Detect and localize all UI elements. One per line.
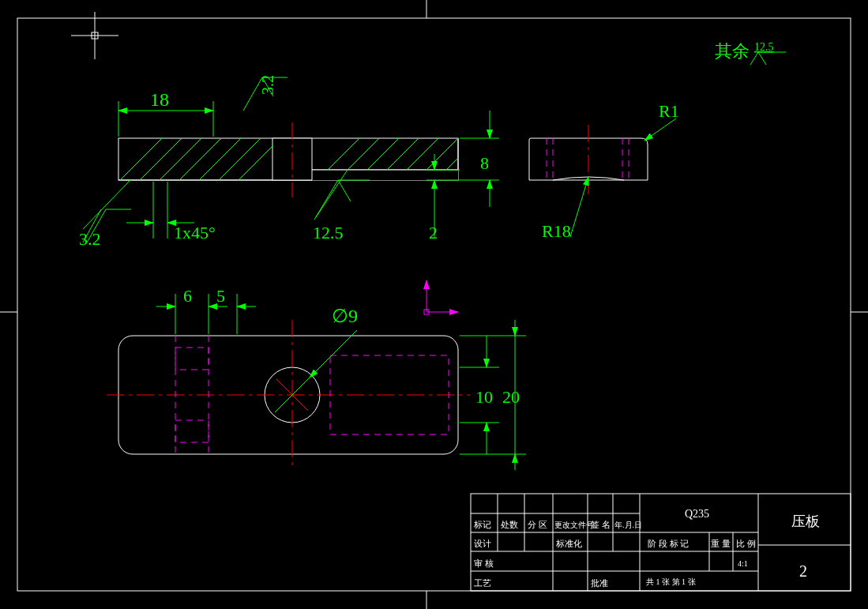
svg-line-28 [320, 118, 399, 197]
svg-line-31 [379, 118, 458, 197]
edge-ticks [0, 0, 868, 609]
tb-sheets: 共 1 张 第 1 张 [646, 577, 696, 586]
svg-line-46 [338, 180, 351, 201]
surface-note-value: 12.5 [754, 41, 774, 53]
sf-12_5: 12.5 [313, 223, 344, 242]
tb-count: 处数 [501, 520, 518, 529]
dim-8: 8 [480, 153, 489, 173]
surface-note-text: 其余 [715, 41, 750, 61]
origin-marker-icon [71, 12, 118, 59]
tb-stage: 阶 段 标 记 [648, 539, 689, 548]
svg-line-86 [310, 330, 357, 378]
svg-line-63 [644, 118, 676, 141]
tb-craft: 工艺 [474, 578, 491, 588]
svg-line-19 [103, 118, 182, 197]
svg-line-29 [340, 118, 419, 197]
side-view: R1 R18 [529, 101, 679, 241]
tb-mass: 重 量 [711, 539, 731, 548]
tb-scale: 4:1 [738, 559, 748, 568]
sf-3_2-top: 3.2 [259, 75, 276, 95]
tb-mark: 标记 [473, 520, 491, 529]
plan-view: 6 5 ∅9 10 20 [107, 286, 526, 470]
dim-R18: R18 [542, 221, 571, 241]
svg-line-21 [142, 118, 221, 197]
front-view: 18 3.2 3.2 1x45° 12.5 [79, 75, 499, 249]
dim-2: 2 [429, 223, 438, 242]
ucs-icon [424, 280, 458, 314]
svg-line-64 [570, 177, 588, 237]
svg-line-40 [83, 180, 130, 229]
dim-R1: R1 [659, 101, 679, 121]
svg-rect-77 [175, 420, 209, 442]
svg-line-32 [399, 118, 478, 197]
tb-sign: 签 名 [591, 520, 611, 529]
tb-design: 设计 [474, 539, 491, 548]
tb-change: 更改文件号 [554, 521, 594, 529]
tb-std: 标准化 [555, 539, 582, 548]
svg-line-30 [359, 118, 438, 197]
svg-rect-10 [312, 170, 458, 180]
svg-line-23 [182, 118, 261, 197]
dim-phi9: ∅9 [332, 306, 358, 326]
svg-rect-76 [175, 348, 209, 370]
dim-20: 20 [502, 387, 520, 407]
tb-zone: 分 区 [528, 520, 547, 529]
tb-material: Q235 [685, 508, 709, 520]
tb-partname: 压板 [791, 513, 820, 529]
tb-partno: 2 [799, 562, 807, 580]
dim-10: 10 [475, 387, 493, 407]
sf-3_2-left: 3.2 [79, 229, 101, 249]
svg-line-20 [122, 118, 201, 197]
tb-date: 年.月.日 [614, 521, 642, 529]
dim-6: 6 [183, 286, 192, 306]
tb-audit: 审 核 [474, 558, 494, 568]
dim-5: 5 [216, 286, 225, 306]
tb-ratio: 比 例 [736, 539, 756, 548]
dim-chamfer: 1x45° [174, 223, 216, 242]
surface-note: 其余 12.5 [715, 41, 786, 65]
drawing-frame [17, 18, 851, 591]
tb-approve: 批准 [591, 578, 608, 588]
title-block: 标记 处数 分 区 更改文件号 签 名 年.月.日 设计 标准化 审 核 工艺 … [471, 494, 851, 591]
dim-18: 18 [150, 89, 169, 110]
svg-line-22 [162, 118, 241, 197]
